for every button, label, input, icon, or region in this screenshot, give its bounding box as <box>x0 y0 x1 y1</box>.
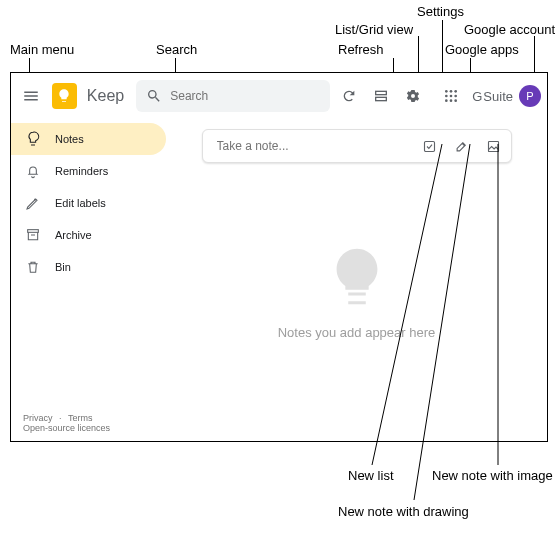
bulb-large-icon <box>322 243 392 313</box>
callout-new-list: New list <box>348 468 394 483</box>
hamburger-icon <box>22 87 40 105</box>
svg-point-4 <box>455 90 458 93</box>
trash-icon <box>25 259 41 275</box>
svg-point-7 <box>455 95 458 98</box>
callout-refresh: Refresh <box>338 42 384 57</box>
topbar-actions: G Suite P <box>334 81 541 111</box>
google-apps-button[interactable] <box>436 81 466 111</box>
callout-search: Search <box>156 42 197 57</box>
refresh-button[interactable] <box>334 81 364 111</box>
checkbox-icon <box>422 139 437 154</box>
svg-point-3 <box>450 90 453 93</box>
footer: Privacy · Terms Open-source licences <box>23 413 110 433</box>
svg-rect-1 <box>376 97 387 100</box>
footer-dot: · <box>59 413 62 423</box>
svg-point-9 <box>450 99 453 102</box>
callout-settings: Settings <box>417 4 464 19</box>
svg-point-10 <box>455 99 458 102</box>
callout-new-drawing: New note with drawing <box>338 504 469 519</box>
bulb-icon <box>56 88 72 104</box>
gear-icon <box>405 88 421 104</box>
apps-grid-icon <box>443 88 459 104</box>
sidebar-item-label: Edit labels <box>55 197 106 209</box>
refresh-icon <box>341 88 357 104</box>
sidebar-item-bin[interactable]: Bin <box>11 251 166 283</box>
topbar: Keep G Suite P <box>11 73 547 119</box>
svg-point-2 <box>445 90 448 93</box>
take-note-input[interactable] <box>217 139 421 153</box>
pencil-icon <box>25 195 41 211</box>
sidebar-item-archive[interactable]: Archive <box>11 219 166 251</box>
list-view-icon <box>373 88 389 104</box>
sidebar-item-notes[interactable]: Notes <box>11 123 166 155</box>
sidebar-item-reminders[interactable]: Reminders <box>11 155 166 187</box>
listgrid-button[interactable] <box>366 81 396 111</box>
new-image-button[interactable] <box>485 137 503 155</box>
callout-listgrid: List/Grid view <box>335 22 413 37</box>
sidebar-item-label: Bin <box>55 261 71 273</box>
svg-rect-0 <box>376 91 387 94</box>
archive-icon <box>25 227 41 243</box>
bell-icon <box>25 163 41 179</box>
svg-rect-11 <box>28 230 39 233</box>
callout-google-account: Google account <box>464 22 555 37</box>
app-window: Keep G Suite P <box>10 72 548 442</box>
svg-point-8 <box>445 99 448 102</box>
svg-rect-13 <box>489 141 499 151</box>
new-list-button[interactable] <box>421 137 439 155</box>
svg-rect-12 <box>425 141 435 151</box>
settings-button[interactable] <box>398 81 428 111</box>
brush-icon <box>454 139 469 154</box>
gsuite-g: G <box>472 89 482 104</box>
image-icon <box>486 139 501 154</box>
footer-oss-link[interactable]: Open-source licences <box>23 423 110 433</box>
sidebar-item-label: Notes <box>55 133 84 145</box>
gsuite-suite: Suite <box>483 89 513 104</box>
main-menu-button[interactable] <box>17 81 46 111</box>
keep-logo <box>52 83 77 109</box>
empty-state: Notes you add appear here <box>278 243 436 340</box>
svg-point-5 <box>445 95 448 98</box>
sidebar-item-label: Reminders <box>55 165 108 177</box>
main-area: Notes you add appear here <box>166 119 547 441</box>
sidebar: Notes Reminders Edit labels Archive Bin <box>11 119 166 441</box>
bulb-icon <box>25 131 41 147</box>
take-note-bar[interactable] <box>202 129 512 163</box>
callout-new-image: New note with image <box>432 468 553 483</box>
search-icon <box>146 88 162 104</box>
take-note-actions <box>421 137 503 155</box>
footer-privacy-link[interactable]: Privacy <box>23 413 53 423</box>
sidebar-item-label: Archive <box>55 229 92 241</box>
gsuite-label: G Suite <box>472 89 513 104</box>
sidebar-item-edit-labels[interactable]: Edit labels <box>11 187 166 219</box>
svg-point-6 <box>450 95 453 98</box>
google-account-avatar[interactable]: P <box>519 85 541 107</box>
brand-label: Keep <box>87 87 124 105</box>
callout-main-menu: Main menu <box>10 42 74 57</box>
new-drawing-button[interactable] <box>453 137 471 155</box>
callout-google-apps: Google apps <box>445 42 519 57</box>
search-input[interactable] <box>170 89 320 103</box>
search-bar[interactable] <box>136 80 330 112</box>
footer-terms-link[interactable]: Terms <box>68 413 93 423</box>
empty-state-text: Notes you add appear here <box>278 325 436 340</box>
body: Notes Reminders Edit labels Archive Bin <box>11 119 547 441</box>
